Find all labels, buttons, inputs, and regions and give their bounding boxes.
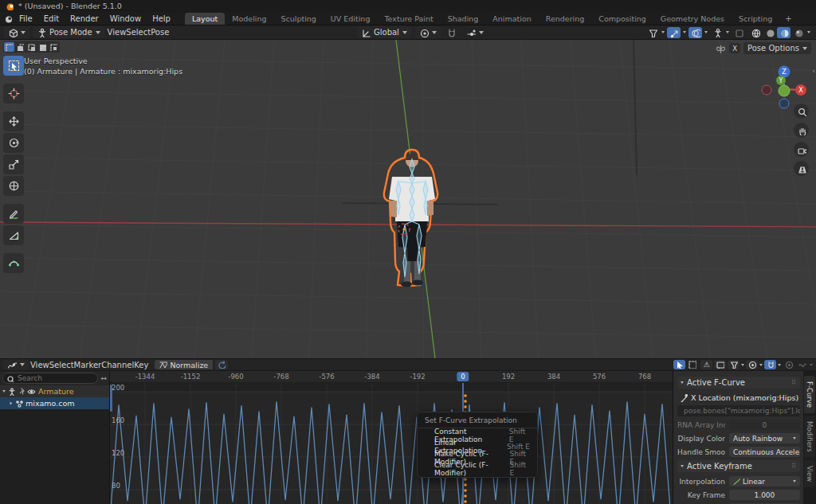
viewport-menu-pose[interactable]: Pose bbox=[151, 28, 169, 37]
gizmo-neg-z[interactable] bbox=[779, 99, 789, 108]
sidebar-collapse-arrow[interactable]: ‹ bbox=[812, 67, 815, 75]
selected-keyframe-dot[interactable] bbox=[464, 483, 467, 486]
selected-keyframe-dot[interactable] bbox=[464, 500, 467, 503]
graph-menu-view[interactable]: View bbox=[30, 361, 49, 369]
viewport-menu-select[interactable]: Select bbox=[126, 28, 151, 37]
shading-wireframe-button[interactable] bbox=[748, 27, 762, 38]
proportional-edit-dropdown[interactable] bbox=[746, 360, 758, 369]
add-workspace-button[interactable]: + bbox=[780, 14, 796, 23]
menu-help[interactable]: Help bbox=[147, 14, 176, 24]
tab-modifiers[interactable]: Modifiers bbox=[804, 416, 815, 458]
active-fcurve-panel-header[interactable]: Active F-Curve ⠿ bbox=[677, 377, 800, 389]
transform-orientation-dropdown[interactable]: Global bbox=[357, 26, 411, 38]
editor-type-dropdown[interactable] bbox=[4, 26, 29, 38]
normalize-toggle[interactable]: Normalize bbox=[155, 360, 213, 369]
tool-transform[interactable] bbox=[3, 176, 24, 196]
show-gizmo-button[interactable] bbox=[667, 27, 681, 38]
menu-file[interactable]: File bbox=[14, 14, 38, 24]
selected-keyframe-dot[interactable] bbox=[464, 400, 467, 403]
snap-settings-dropdown[interactable] bbox=[462, 26, 488, 38]
handle-smoothing-dropdown[interactable]: Continuous Accele... bbox=[729, 447, 800, 457]
graph-menu-key[interactable]: Key bbox=[134, 361, 148, 369]
select-mode-extend[interactable] bbox=[15, 42, 26, 52]
graph-menu-channel[interactable]: Channel bbox=[101, 361, 134, 369]
shading-solid-button[interactable] bbox=[763, 27, 776, 38]
selected-keyframe-dot[interactable] bbox=[464, 478, 467, 481]
viewport-3d[interactable]: User Perspective (0) Armature | Armature… bbox=[0, 40, 816, 358]
menu-window[interactable]: Window bbox=[104, 14, 147, 24]
interpolation-dropdown[interactable]: Linear bbox=[729, 476, 800, 486]
workspace-tab-texture-paint[interactable]: Texture Paint bbox=[377, 13, 440, 25]
active-keyframe-panel-header[interactable]: Active Keyframe ⠿ bbox=[677, 460, 800, 472]
tool-pose-breakdowner[interactable] bbox=[3, 253, 24, 273]
graph-menu-marker[interactable]: Marker bbox=[74, 361, 102, 369]
tool-measure[interactable] bbox=[3, 225, 24, 245]
blender-menu-icon[interactable] bbox=[4, 14, 13, 23]
mirror-x-toggle[interactable]: X bbox=[729, 43, 740, 53]
snap-magnet-icon[interactable] bbox=[445, 27, 458, 38]
select-mode-intersect[interactable] bbox=[49, 42, 59, 52]
select-mode-new[interactable] bbox=[4, 42, 14, 52]
graph-tool-select[interactable] bbox=[673, 360, 685, 369]
show-markers-icon[interactable] bbox=[714, 360, 726, 369]
shading-rendered-button[interactable] bbox=[791, 27, 805, 38]
xray-toggle[interactable] bbox=[710, 27, 724, 38]
camera-view-icon[interactable] bbox=[794, 142, 809, 157]
gizmo-neg-y[interactable] bbox=[779, 85, 790, 96]
tab-view[interactable]: View bbox=[804, 460, 815, 487]
workspace-tab-layout[interactable]: Layout bbox=[185, 13, 225, 25]
workspace-tab-sculpting[interactable]: Sculpting bbox=[273, 13, 323, 25]
tool-cursor[interactable] bbox=[3, 84, 24, 104]
viewport-menu-view[interactable]: View bbox=[108, 28, 127, 37]
tool-scale[interactable] bbox=[3, 154, 24, 174]
selected-keyframe-dot[interactable] bbox=[464, 489, 467, 492]
pivot-point-dropdown[interactable] bbox=[415, 26, 441, 38]
channel-armature[interactable]: Armature bbox=[0, 385, 109, 397]
expand-icon[interactable] bbox=[10, 402, 13, 405]
auto-normalize-button[interactable] bbox=[215, 360, 228, 369]
workspace-tab-scripting[interactable]: Scripting bbox=[732, 13, 779, 25]
menu-render[interactable]: Render bbox=[65, 14, 104, 24]
tool-rotate[interactable] bbox=[3, 133, 24, 153]
search-input[interactable] bbox=[16, 373, 94, 383]
ortho-grid-icon[interactable] bbox=[794, 161, 809, 176]
selected-keyframe-dot[interactable] bbox=[464, 394, 467, 397]
workspace-tab-geometry-nodes[interactable]: Geometry Nodes bbox=[653, 13, 732, 25]
visibility-eye-icon[interactable] bbox=[27, 388, 36, 395]
select-mode-subtract[interactable] bbox=[26, 42, 37, 52]
tool-select-box[interactable] bbox=[3, 56, 24, 76]
channel-search-box[interactable] bbox=[2, 373, 98, 384]
filter-invert-icon[interactable]: ↔ bbox=[100, 374, 107, 382]
fcurve-plot-region[interactable]: 0 -1344-1152-960-768-576-384-19201923845… bbox=[110, 371, 673, 504]
graph-editor-type-dropdown[interactable] bbox=[3, 359, 29, 370]
selected-keyframe-dot[interactable] bbox=[464, 405, 467, 408]
menu-item-clear-cyclic[interactable]: Clear Cyclic (F-Modifier)Shift E bbox=[418, 463, 537, 475]
graph-ruler[interactable]: 0 -1344-1152-960-768-576-384-19201923845… bbox=[110, 371, 673, 383]
tool-annotate[interactable] bbox=[3, 204, 24, 224]
workspace-tab-animation[interactable]: Animation bbox=[485, 13, 538, 25]
graph-tool-box-select[interactable] bbox=[686, 360, 698, 369]
mirror-butterfly-icon[interactable] bbox=[716, 44, 726, 53]
shading-material-button[interactable] bbox=[777, 27, 790, 38]
plot-body[interactable]: 20016012080 bbox=[110, 383, 673, 504]
panel-drag-handle[interactable]: ⠿ bbox=[791, 379, 797, 386]
tab-fcurve[interactable]: F-Curve bbox=[804, 376, 815, 413]
menu-edit[interactable]: Edit bbox=[38, 14, 65, 24]
select-mode-invert[interactable] bbox=[37, 42, 48, 52]
workspace-tab-modeling[interactable]: Modeling bbox=[225, 13, 273, 25]
workspace-tab-shading[interactable]: Shading bbox=[441, 13, 486, 25]
workspace-tab-compositing[interactable]: Compositing bbox=[591, 13, 653, 25]
playhead-tag[interactable]: 0 bbox=[457, 372, 469, 381]
tool-move[interactable] bbox=[3, 111, 24, 131]
pivot-center-icon[interactable] bbox=[783, 360, 794, 369]
pan-hand-icon[interactable] bbox=[794, 123, 809, 138]
channel-action[interactable]: mixamo.com bbox=[0, 397, 109, 409]
workspace-tab-rendering[interactable]: Rendering bbox=[539, 13, 592, 25]
pin-icon[interactable] bbox=[18, 388, 25, 395]
panel-drag-handle[interactable]: ⠿ bbox=[791, 463, 797, 470]
workspace-tab-uv-editing[interactable]: UV Editing bbox=[324, 13, 378, 25]
render-pass-icon[interactable] bbox=[732, 27, 745, 38]
graph-snap-dropdown[interactable] bbox=[764, 360, 776, 369]
fmodifier-icon[interactable] bbox=[796, 360, 808, 369]
selected-keyframe-dot[interactable] bbox=[464, 494, 467, 498]
